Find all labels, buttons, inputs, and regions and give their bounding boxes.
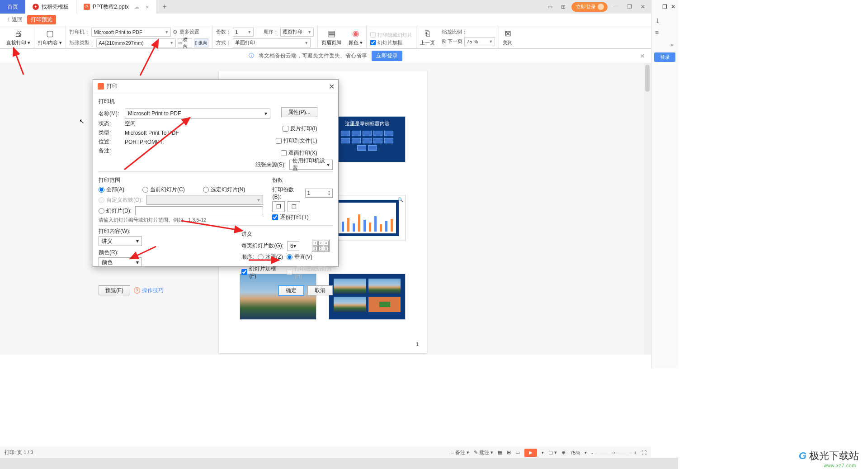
paper-select[interactable]: A4(210mmx297mm)▼ bbox=[96, 38, 176, 47]
zoom-fit-icon[interactable]: ⊕ bbox=[561, 450, 566, 455]
to-file-checkbox[interactable]: 打印到文件(L) bbox=[276, 137, 317, 145]
close-preview-icon: ⊠ bbox=[505, 28, 511, 38]
range-current-radio[interactable]: 当前幻灯片(C) bbox=[142, 186, 185, 194]
range-section-label: 打印范围 bbox=[99, 176, 263, 184]
minimize-icon[interactable]: — bbox=[610, 1, 621, 12]
banner-login-button[interactable]: 立即登录 bbox=[372, 51, 402, 61]
position-label: 位置: bbox=[99, 138, 121, 146]
login-button[interactable]: 立即登录 bbox=[571, 2, 608, 12]
portrait-button[interactable]: ▯纵向 bbox=[194, 38, 208, 47]
duplex-checkbox[interactable]: 双面打印(X) bbox=[281, 149, 317, 157]
print-preview-badge: 打印预览 bbox=[27, 15, 56, 24]
preview-button[interactable]: 预览(E) bbox=[99, 285, 130, 295]
more-settings-link[interactable]: 更多设置 bbox=[179, 28, 199, 35]
next-page-icon: ⎘ bbox=[442, 38, 446, 45]
ppt-icon bbox=[98, 83, 104, 90]
dialog-close-icon[interactable]: ✕ bbox=[329, 82, 335, 91]
menu-icon[interactable]: ≡ bbox=[655, 29, 675, 36]
order-horizontal-radio[interactable]: 水平(Z) bbox=[258, 253, 283, 261]
close-icon[interactable]: ✕ bbox=[637, 1, 648, 12]
reverse-checkbox[interactable]: 反片打印(I) bbox=[283, 125, 317, 133]
outer-restore-icon[interactable]: ❐ bbox=[662, 4, 667, 10]
paper-source-select[interactable]: 使用打印机设置▾ bbox=[289, 160, 333, 170]
slide-numbers-input[interactable] bbox=[135, 206, 263, 215]
range-all-radio[interactable]: 全部(A) bbox=[99, 186, 124, 194]
annotation-button[interactable]: ✎ 批注 ▾ bbox=[474, 449, 493, 456]
dialog-titlebar[interactable]: 打印 ✕ bbox=[93, 80, 338, 93]
backup-banner: ⓘ 将文档备份云端，可避免文件丢失、省心省事 立即登录 ✕ bbox=[0, 49, 651, 63]
header-footer-icon: ▤ bbox=[328, 28, 335, 38]
view-sorter-icon[interactable]: ⊞ bbox=[507, 450, 511, 455]
content-select[interactable]: 讲义▾ bbox=[99, 236, 142, 246]
tab-home[interactable]: 首页 bbox=[0, 0, 25, 14]
banner-close-icon[interactable]: ✕ bbox=[640, 53, 645, 59]
next-page-button[interactable]: ⎘下一页 bbox=[442, 38, 462, 45]
tab-file[interactable]: PPPT教程2.pptx☁× bbox=[76, 0, 157, 14]
collate-checkbox[interactable]: 逐份打印(T) bbox=[272, 213, 333, 221]
chevron-left-icon: 〈 bbox=[5, 16, 10, 24]
color-select[interactable]: 颜色▾ bbox=[99, 257, 142, 267]
zoom-value[interactable]: 75% bbox=[570, 450, 580, 455]
range-selected-radio[interactable]: 选定幻灯片(N) bbox=[203, 186, 245, 194]
vertical-scrollbar[interactable] bbox=[644, 63, 651, 355]
range-slides-radio[interactable]: 幻灯片(D): bbox=[99, 207, 132, 215]
settings-gear-icon[interactable]: ⚙ bbox=[173, 29, 178, 35]
print-content-button[interactable]: ▢打印内容 ▾ bbox=[38, 28, 62, 46]
portrait-icon: ▯ bbox=[195, 40, 198, 45]
landscape-button[interactable]: ▭横向 bbox=[178, 38, 192, 47]
position-value: PORTPROMPT: bbox=[125, 139, 164, 145]
frame-checkbox[interactable]: 幻灯片加框(F) bbox=[241, 265, 278, 279]
grid-icon[interactable]: ⊞ bbox=[558, 1, 569, 12]
tab-template[interactable]: ✦找稻壳模板 bbox=[25, 0, 76, 14]
outer-close-icon[interactable]: ✕ bbox=[671, 4, 675, 10]
banner-text: 将文档备份云端，可避免文件丢失、省心省事 bbox=[259, 52, 367, 60]
back-button[interactable]: 〈返回 bbox=[5, 16, 23, 24]
restore-icon[interactable]: ❐ bbox=[624, 1, 635, 12]
view-reading-icon[interactable]: ▭ bbox=[515, 450, 520, 455]
prev-page-button[interactable]: ⎗上一页 bbox=[420, 29, 435, 46]
order-vertical-radio[interactable]: 垂直(V) bbox=[287, 253, 312, 261]
mode-label: 方式： bbox=[216, 39, 231, 46]
name-label: 名称(M): bbox=[99, 110, 121, 118]
doc-icon: ✦ bbox=[33, 4, 39, 10]
slide-frame-checkbox[interactable]: 幻灯片加框 bbox=[370, 39, 402, 46]
header-footer-button[interactable]: ▤页眉页脚 bbox=[321, 28, 341, 46]
landscape-icon: ▭ bbox=[178, 40, 182, 45]
layout-icon[interactable]: ▭ bbox=[544, 1, 555, 12]
mode-select[interactable]: 单面打印▼ bbox=[233, 38, 311, 47]
tab-add[interactable]: + bbox=[157, 0, 173, 14]
per-page-select[interactable]: 6▾ bbox=[287, 241, 299, 251]
close-preview-button[interactable]: ⊠关闭 bbox=[503, 28, 513, 46]
color-button[interactable]: ◉颜色 ▾ bbox=[349, 28, 363, 46]
avatar-icon bbox=[598, 4, 604, 10]
properties-button[interactable]: 属性(P)... bbox=[281, 107, 317, 117]
cancel-button[interactable]: 取消 bbox=[307, 285, 333, 295]
zoom-select[interactable]: 75 %▼ bbox=[464, 37, 495, 46]
printer-name-select[interactable]: Microsoft Print to PDF▾ bbox=[125, 109, 270, 118]
slide-thumb-2: 🔍 bbox=[329, 195, 405, 241]
remark-button[interactable]: ≡ 备注 ▾ bbox=[451, 449, 469, 456]
type-value: Microsoft Print To PDF bbox=[125, 130, 179, 136]
magnify-icon[interactable]: 🔍 bbox=[398, 197, 403, 202]
download-icon[interactable]: ⤓ bbox=[655, 17, 675, 24]
sidebar-login-button[interactable]: 登录 bbox=[654, 52, 675, 62]
order-label: 顺序： bbox=[264, 28, 278, 35]
direct-print-button[interactable]: 🖨直接打印 ▾ bbox=[6, 29, 30, 46]
style-icon[interactable]: ▢ ▾ bbox=[548, 450, 557, 455]
copies-select[interactable]: 1▼ bbox=[233, 28, 254, 37]
hidden-slide-checkbox[interactable]: 打印隐藏幻灯片 bbox=[370, 32, 412, 38]
fit-icon[interactable]: ⛶ bbox=[642, 450, 646, 455]
copies-count-input[interactable]: 1▲▼ bbox=[305, 189, 333, 198]
help-icon[interactable]: ? bbox=[134, 287, 140, 294]
play-button[interactable]: ▶ bbox=[524, 449, 537, 457]
hidden-checkbox: 打印隐藏幻灯片(H) bbox=[287, 265, 333, 279]
ok-button[interactable]: 确定 bbox=[278, 285, 304, 295]
view-normal-icon[interactable]: ▦ bbox=[498, 450, 502, 455]
copies-count-label: 打印份数(B): bbox=[272, 186, 301, 200]
tab-close-icon[interactable]: × bbox=[146, 4, 149, 10]
paper-source-label: 纸张来源(S): bbox=[255, 161, 286, 169]
tips-link[interactable]: 操作技巧 bbox=[142, 287, 164, 294]
printer-select[interactable]: Microsoft Print to PDF▼ bbox=[91, 28, 171, 37]
order-select[interactable]: 逐页打印▼ bbox=[280, 28, 314, 37]
watermark-brand: G 极光下载站 bbox=[799, 449, 859, 463]
